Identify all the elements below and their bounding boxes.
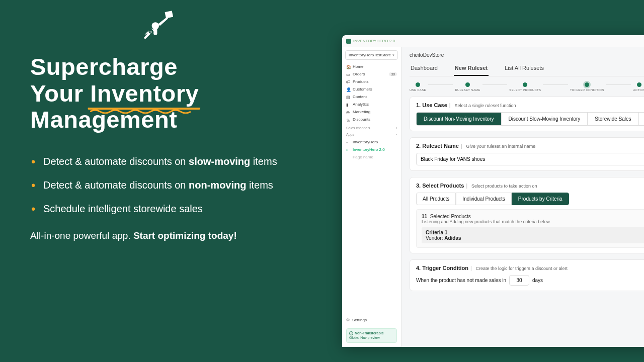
sidebar-item-marketing[interactable]: ◎Marketing	[342, 108, 401, 116]
svg-rect-2	[165, 11, 173, 18]
usecase-option[interactable]: Storewide Sales	[588, 113, 638, 125]
app-window: INVENTORYHERO 2.0 InventoryHeroTestStore…	[342, 35, 644, 347]
sidebar-app-item[interactable]: ▫InventoryHero 2.0	[342, 146, 401, 153]
tab-dashboard[interactable]: Dashboard	[410, 62, 439, 76]
card-title: 3. Select Products	[416, 183, 464, 189]
card-subtitle: Give your ruleset an internal name	[466, 144, 536, 149]
sidebar-item-customers[interactable]: 👤Customers	[342, 85, 401, 93]
card-subtitle: Create the logic for triggers a discount…	[476, 266, 568, 271]
discounts-icon: ％	[346, 118, 350, 122]
analytics-icon: ▮	[346, 103, 350, 107]
feature-list: Detect & automate discounts on slow-movi…	[30, 154, 312, 216]
marketing-icon: ◎	[346, 110, 350, 114]
step-products[interactable]: SELECT PRODUCTS	[509, 82, 541, 92]
ruleset-name-input[interactable]	[416, 153, 644, 165]
sidebar: InventoryHeroTestStore▾ 🏠Home ▭Orders30 …	[342, 47, 401, 347]
svg-rect-1	[153, 29, 157, 35]
sidebar-item-products[interactable]: 🏷Products	[342, 78, 401, 85]
chevron-right-icon: ›	[396, 133, 397, 136]
selected-count: 11	[422, 214, 427, 219]
sidebar-app-item[interactable]: Page name	[342, 153, 401, 161]
app-icon: ▫	[346, 140, 350, 144]
card-title: 2. Ruleset Name	[416, 143, 459, 149]
user-icon: 👤	[346, 87, 350, 92]
svg-point-0	[152, 22, 159, 29]
card-subtitle: Select a single ruleset function	[454, 103, 516, 108]
criteria-block: 11 Selected Products Listening and Addin…	[416, 209, 644, 248]
product-scope-tabs: All Products Individual Products Product…	[416, 193, 644, 205]
orders-badge: 30	[389, 72, 397, 76]
tab-new-ruleset[interactable]: New Ruleset	[454, 62, 489, 76]
app-icon: ▫	[346, 148, 350, 152]
sidebar-app-item[interactable]: ▫InventoryHero	[342, 138, 401, 146]
step-trigger[interactable]: TRIGGER CONDITION	[570, 82, 604, 92]
criteria-item[interactable]: Criteria 1 Vendor: Adidas	[422, 227, 644, 243]
gear-icon: ⚙	[346, 318, 350, 322]
card-select-products: 3. Select Products|Select products to ta…	[410, 177, 644, 253]
main-tabs: Dashboard New Ruleset List All Rulesets	[410, 62, 644, 76]
trigger-days-input[interactable]	[509, 275, 529, 286]
usecase-option[interactable]: Discount Non-Moving Inventory	[417, 113, 502, 125]
card-title: 4. Trigger Condition	[416, 265, 468, 271]
criteria-desc: Listening and Adding new products that m…	[422, 219, 644, 224]
trigger-text: When the product has not made sales in	[416, 278, 506, 283]
home-icon: 🏠	[346, 65, 350, 69]
card-title: 1. Use Case	[416, 102, 447, 108]
chevron-right-icon: ›	[396, 126, 397, 130]
orders-icon: ▭	[346, 72, 350, 76]
tag-icon: 🏷	[346, 80, 350, 84]
usecase-option[interactable]: Bulk Tagging	[639, 113, 644, 125]
promo-tagline: All-in-one powerful app. Start optimizin…	[30, 230, 312, 241]
feature-item: Detect & automate discounts on non-movin…	[30, 178, 312, 193]
product-scope-tab[interactable]: Products by Criteria	[512, 193, 569, 205]
card-trigger-condition: 4. Trigger Condition|Create the logic fo…	[410, 259, 644, 291]
step-name[interactable]: RULESET NAME	[455, 82, 480, 92]
step-action[interactable]: ACTION	[633, 82, 644, 92]
trigger-text: days	[532, 278, 543, 283]
sidebar-item-analytics[interactable]: ▮Analytics	[342, 101, 401, 108]
usecase-option[interactable]: Discount Slow-Moving Inventory	[502, 113, 588, 125]
step-usecase[interactable]: USE CASE	[410, 82, 426, 92]
tab-list-rulesets[interactable]: List All Rulesets	[504, 62, 545, 76]
product-scope-tab[interactable]: Individual Products	[456, 193, 512, 205]
svg-text:%: %	[149, 30, 152, 33]
feature-item: Detect & automate discounts on slow-movi…	[30, 154, 312, 169]
app-logo-icon	[346, 39, 351, 44]
sidebar-item-content[interactable]: ▤Content	[342, 93, 401, 101]
sidebar-section-sales[interactable]: Sales channels›	[342, 124, 401, 131]
hero-mascot-icon: %	[132, 5, 177, 52]
wizard-stepper: USE CASE RULESET NAME SELECT PRODUCTS TR…	[410, 82, 644, 92]
sidebar-item-home[interactable]: 🏠Home	[342, 63, 401, 70]
content-icon: ▤	[346, 95, 350, 99]
card-ruleset-name: 2. Ruleset Name|Give your ruleset an int…	[410, 137, 644, 171]
feature-item: Schedule intelligent storewide sales	[30, 202, 312, 216]
sidebar-nav: 🏠Home ▭Orders30 🏷Products 👤Customers ▤Co…	[342, 62, 401, 124]
usecase-options: Discount Non-Moving Inventory Discount S…	[416, 112, 644, 126]
store-name: cheitoDevStore	[410, 52, 644, 58]
nav-preview-notice: iNon-Transferable Global Nav preview	[346, 328, 397, 343]
app-brand: INVENTORYHERO 2.0	[353, 39, 395, 43]
card-subtitle: Select products to take action on	[471, 184, 537, 189]
info-icon: i	[349, 331, 353, 335]
product-scope-tab[interactable]: All Products	[416, 193, 456, 205]
main-panel: cheitoDevStore Dashboard New Ruleset Lis…	[401, 47, 644, 347]
card-usecase: 1. Use Case|Select a single ruleset func…	[410, 97, 644, 131]
promo-panel: % Supercharge Your Inventory Management …	[0, 0, 332, 362]
sidebar-section-apps[interactable]: Apps›	[342, 131, 401, 137]
store-switcher[interactable]: InventoryHeroTestStore▾	[345, 50, 398, 60]
app-topbar: INVENTORYHERO 2.0	[342, 35, 644, 47]
sidebar-item-orders[interactable]: ▭Orders30	[342, 70, 401, 78]
chevron-down-icon: ▾	[392, 53, 394, 57]
sidebar-settings[interactable]: ⚙Settings	[346, 316, 397, 324]
sidebar-item-discounts[interactable]: ％Discounts	[342, 116, 401, 123]
promo-headline: Supercharge Your Inventory Management	[30, 54, 312, 133]
sidebar-apps: ▫InventoryHero ▫InventoryHero 2.0 Page n…	[342, 137, 401, 162]
